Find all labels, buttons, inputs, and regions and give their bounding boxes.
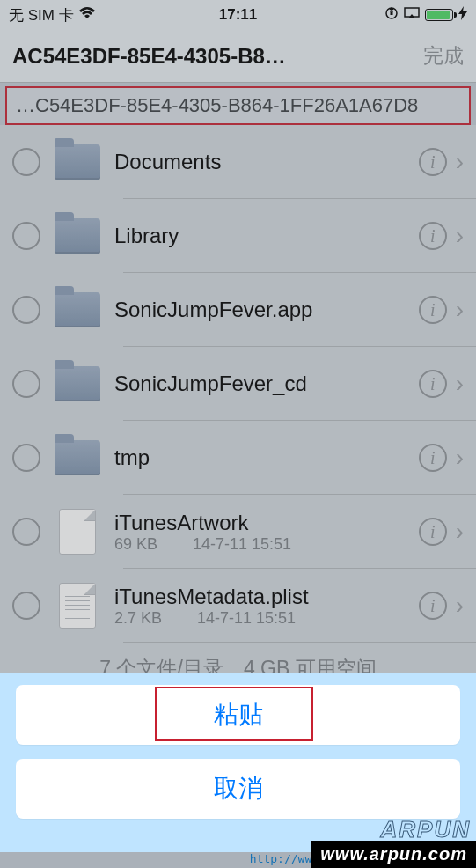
folder-icon: [53, 433, 102, 482]
list-item[interactable]: Documents i ›: [0, 125, 476, 199]
info-icon[interactable]: i: [419, 148, 447, 176]
select-radio[interactable]: [12, 148, 40, 176]
list-item[interactable]: SonicJumpFever.app i ›: [0, 273, 476, 347]
battery-icon: [425, 9, 453, 21]
folder-icon: [53, 285, 102, 335]
file-name: SonicJumpFever_cd: [114, 371, 412, 396]
file-date: 14-7-11 15:51: [197, 609, 296, 628]
info-icon[interactable]: i: [419, 370, 447, 398]
list-item[interactable]: iTunesArtwork 69 KB 14-7-11 15:51 i ›: [0, 495, 476, 569]
list-item[interactable]: iTunesMetadata.plist 2.7 KB 14-7-11 15:5…: [0, 569, 476, 643]
list-item[interactable]: SonicJumpFever_cd i ›: [0, 347, 476, 421]
file-name: iTunesMetadata.plist: [114, 585, 412, 609]
airplay-icon: [404, 6, 420, 24]
watermark: http://ww www.arpun.com: [250, 841, 476, 868]
file-name: Library: [114, 224, 412, 248]
paste-button[interactable]: 粘贴: [16, 685, 460, 745]
file-name: tmp: [114, 445, 412, 470]
chevron-right-icon: ›: [456, 592, 464, 620]
done-button[interactable]: 完成: [423, 42, 464, 70]
file-icon: [53, 507, 102, 556]
file-date: 14-7-11 15:51: [193, 535, 291, 554]
select-radio[interactable]: [12, 370, 40, 398]
rotation-lock-icon: [384, 6, 399, 25]
list-item[interactable]: tmp i ›: [0, 421, 476, 495]
chevron-right-icon: ›: [456, 296, 464, 324]
nav-bar: AC54E3DF-85E4-4305-B8… 完成: [0, 30, 476, 83]
select-radio[interactable]: [12, 296, 40, 324]
info-icon[interactable]: i: [419, 592, 447, 620]
wifi-icon: [79, 6, 95, 24]
select-radio[interactable]: [12, 592, 40, 620]
info-icon[interactable]: i: [419, 518, 447, 546]
select-radio[interactable]: [12, 518, 40, 546]
chevron-right-icon: ›: [456, 518, 464, 546]
breadcrumb-path[interactable]: …C54E3DF-85E4-4305-B864-1FF26A1A67D8: [5, 86, 471, 125]
chevron-right-icon: ›: [456, 222, 464, 250]
charging-icon: [458, 6, 467, 25]
file-name: SonicJumpFever.app: [114, 298, 412, 322]
watermark-outline: ARPUN: [381, 816, 471, 843]
file-name: iTunesArtwork: [114, 511, 412, 535]
page-title: AC54E3DF-85E4-4305-B8…: [12, 44, 414, 69]
folder-icon: [53, 359, 102, 408]
cancel-button[interactable]: 取消: [16, 759, 460, 819]
chevron-right-icon: ›: [456, 444, 464, 472]
folder-icon: [53, 137, 102, 187]
folder-icon: [53, 211, 102, 261]
status-bar: 无 SIM 卡 17:11: [0, 0, 476, 30]
clock: 17:11: [219, 6, 257, 24]
file-size: 69 KB: [114, 535, 157, 554]
carrier-text: 无 SIM 卡: [9, 5, 74, 26]
list-item[interactable]: Library i ›: [0, 199, 476, 273]
chevron-right-icon: ›: [456, 370, 464, 398]
select-radio[interactable]: [12, 444, 40, 472]
chevron-right-icon: ›: [456, 148, 464, 176]
info-icon[interactable]: i: [419, 444, 447, 472]
watermark-domain: www.arpun.com: [320, 844, 467, 864]
file-icon: [53, 581, 102, 630]
select-radio[interactable]: [12, 222, 40, 250]
info-icon[interactable]: i: [419, 222, 447, 250]
info-icon[interactable]: i: [419, 296, 447, 324]
path-text: …C54E3DF-85E4-4305-B864-1FF26A1A67D8: [16, 94, 418, 117]
watermark-url-prefix: http://ww: [250, 852, 311, 868]
file-list: Documents i › Library i › SonicJumpFever…: [0, 125, 476, 682]
file-name: Documents: [114, 150, 412, 174]
svg-rect-1: [391, 11, 393, 15]
file-size: 2.7 KB: [114, 609, 162, 628]
